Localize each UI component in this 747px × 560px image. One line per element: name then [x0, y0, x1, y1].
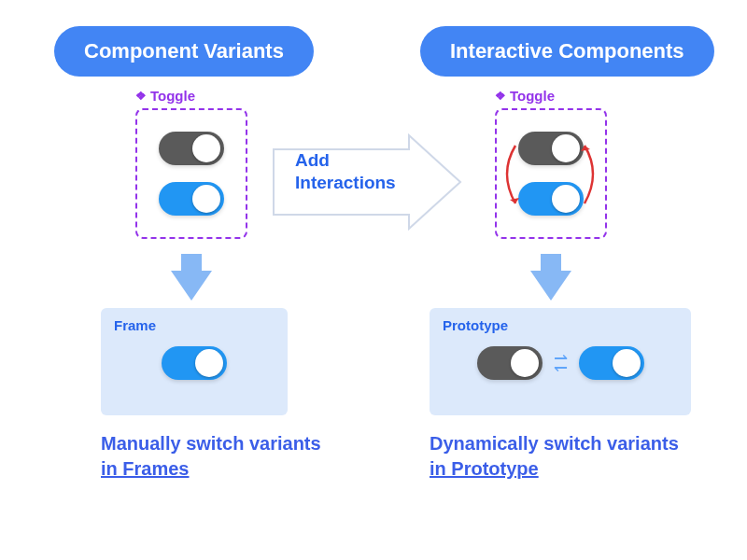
caption-line: Dynamically switch variants: [430, 431, 679, 456]
caption-underline: in Prototype: [430, 458, 539, 479]
toggle-off: [159, 132, 224, 165]
add-interactions-line2: Interactions: [295, 172, 396, 194]
prototype-result-box: Prototype ⇀↽: [430, 308, 691, 415]
caption-line: Manually switch variants: [101, 431, 321, 456]
caption-left: Manually switch variants in Frames: [101, 431, 321, 482]
toggle-on: [162, 346, 227, 380]
toggle-label-left: ❖ Toggle: [135, 88, 195, 104]
toggle-label-text: Toggle: [510, 88, 555, 104]
toggle-off: [518, 132, 584, 165]
toggle-on: [159, 182, 224, 216]
pill-interactive-components: Interactive Components: [420, 26, 714, 77]
frame-label: Frame: [114, 317, 275, 333]
toggle-on: [579, 346, 644, 380]
variant-box-left: [135, 108, 247, 239]
add-interactions-label: Add Interactions: [295, 149, 396, 194]
toggle-label-right: ❖ Toggle: [495, 88, 555, 104]
toggle-off: [477, 346, 543, 380]
diamond-icon: ❖: [495, 89, 506, 103]
pill-component-variants: Component Variants: [54, 26, 314, 77]
down-arrow-icon: [171, 271, 212, 301]
toggle-on: [518, 182, 584, 216]
swap-arrows-icon: ⇀↽: [554, 354, 568, 372]
caption-underline: in Frames: [101, 458, 189, 479]
down-arrow-icon: [530, 271, 571, 301]
prototype-label: Prototype: [443, 317, 678, 333]
add-interactions-line1: Add: [295, 149, 396, 172]
toggle-label-text: Toggle: [150, 88, 195, 104]
caption-right: Dynamically switch variants in Prototype: [430, 431, 679, 482]
frame-result-box: Frame: [101, 308, 288, 415]
variant-box-right: [495, 108, 607, 239]
diamond-icon: ❖: [135, 89, 147, 103]
